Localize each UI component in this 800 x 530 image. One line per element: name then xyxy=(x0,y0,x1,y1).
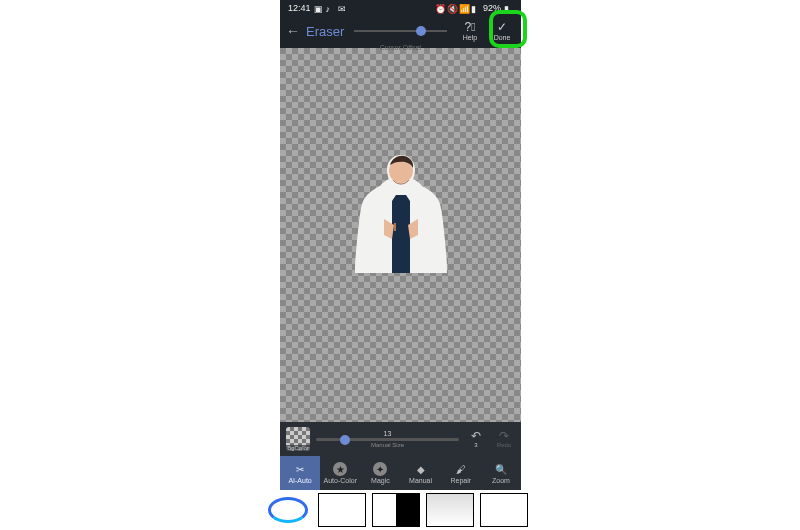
size-value: 13 xyxy=(384,430,392,437)
tool-auto-color[interactable]: ★ Auto-Color xyxy=(320,456,360,490)
tool-repair[interactable]: 🖌 Repair xyxy=(441,456,481,490)
size-slider-group: 13 Manual Size xyxy=(316,430,459,448)
size-slider[interactable] xyxy=(316,438,459,441)
size-thumb[interactable] xyxy=(340,435,350,445)
alarm-icon: ⏰ xyxy=(435,4,444,13)
bgcolor-button[interactable]: BgColor xyxy=(286,427,310,451)
screen-title: Eraser xyxy=(306,24,344,39)
status-bar: 12:41 ▣ ♪ ✉ ⏰ 🔇 📶 ▮ 92% ▮ xyxy=(280,0,521,16)
slider-thumb[interactable] xyxy=(416,26,426,36)
size-label: Manual Size xyxy=(371,442,404,448)
check-icon: ✓ xyxy=(497,21,507,33)
tiktok-icon: ♪ xyxy=(326,4,335,13)
thumb-item[interactable] xyxy=(426,493,474,527)
cursor-offset-slider[interactable] xyxy=(354,30,447,32)
undo-icon: ↶ xyxy=(471,430,481,442)
thumb-item[interactable] xyxy=(480,493,528,527)
transparency-canvas[interactable] xyxy=(280,48,521,422)
svg-rect-1 xyxy=(394,223,396,231)
magic-icon: ✦ xyxy=(373,462,387,476)
help-icon: ?⃝ xyxy=(464,21,475,33)
app-top-bar: ← Eraser ?⃝ Help ✓ Done xyxy=(280,16,521,46)
subject-person-cutout xyxy=(354,153,448,273)
status-time: 12:41 xyxy=(288,3,311,13)
battery-icon: ▮ xyxy=(504,4,513,13)
thumb-item[interactable] xyxy=(264,493,312,527)
tool-ai-auto[interactable]: ✂ AI-Auto xyxy=(280,456,320,490)
undo-button[interactable]: ↶ 3 xyxy=(465,428,487,450)
zoom-icon: 🔍 xyxy=(494,462,508,476)
phone-frame: 12:41 ▣ ♪ ✉ ⏰ 🔇 📶 ▮ 92% ▮ ← Eraser ?⃝ He… xyxy=(280,0,521,530)
brush-icon: 🖌 xyxy=(454,462,468,476)
wifi-icon: 📶 xyxy=(459,4,468,13)
tool-row: ✂ AI-Auto ★ Auto-Color ✦ Magic ◆ Manual … xyxy=(280,456,521,490)
mute-icon: 🔇 xyxy=(447,4,456,13)
thumb-item[interactable] xyxy=(372,493,420,527)
redo-icon: ↷ xyxy=(499,430,509,442)
eraser-icon: ◆ xyxy=(414,462,428,476)
redo-button[interactable]: ↷ Redo xyxy=(493,428,515,450)
tool-zoom[interactable]: 🔍 Zoom xyxy=(481,456,521,490)
back-icon[interactable]: ← xyxy=(286,24,300,38)
cursor-offset-label: Cursor Offset xyxy=(380,44,422,51)
tool-manual[interactable]: ◆ Manual xyxy=(401,456,441,490)
signal-icon: ▮ xyxy=(471,4,480,13)
tool-magic[interactable]: ✦ Magic xyxy=(360,456,400,490)
messenger-icon: ✉ xyxy=(338,4,347,13)
help-button[interactable]: ?⃝ Help xyxy=(457,21,483,41)
star-icon: ★ xyxy=(333,462,347,476)
scissors-icon: ✂ xyxy=(293,462,307,476)
thumbnail-strip xyxy=(258,490,543,530)
done-button[interactable]: ✓ Done xyxy=(489,21,515,41)
gallery-icon: ▣ xyxy=(314,4,323,13)
secondary-controls: BgColor 13 Manual Size ↶ 3 ↷ Redo xyxy=(280,422,521,456)
thumb-item[interactable] xyxy=(318,493,366,527)
battery-pct: 92% xyxy=(483,3,501,13)
